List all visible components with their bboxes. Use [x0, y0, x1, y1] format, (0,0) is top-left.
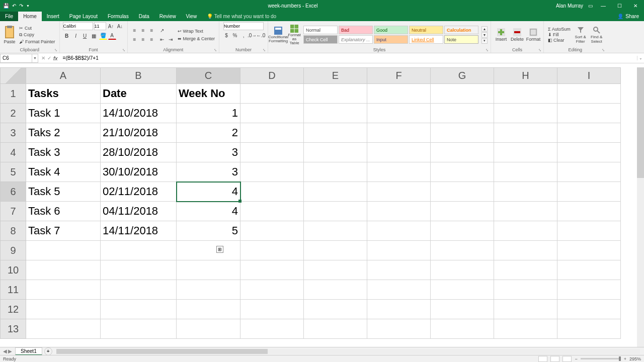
row-header-3[interactable]: 3 [0, 123, 26, 143]
font-color-button[interactable]: A [108, 32, 116, 40]
copy-button[interactable]: ⧉Copy [18, 32, 56, 38]
styles-down-icon[interactable]: ▼ [481, 32, 488, 38]
cell-I13[interactable] [557, 319, 621, 339]
cell-F13[interactable] [367, 319, 431, 339]
col-header-A[interactable]: A [26, 67, 101, 84]
clear-button[interactable]: ◧Clear [547, 38, 572, 43]
fx-icon[interactable]: fx [53, 55, 58, 61]
zoom-slider[interactable] [581, 358, 621, 359]
cells[interactable]: TasksDateWeek NoTask 114/10/20181Taks 22… [26, 84, 637, 347]
cell-I4[interactable] [557, 143, 621, 162]
cell-A6[interactable]: Task 5 [26, 182, 101, 202]
cell-G10[interactable] [431, 260, 494, 280]
sheet-nav-next-icon[interactable]: ▶ [8, 348, 12, 354]
tab-review[interactable]: Review [154, 12, 181, 21]
row-header-10[interactable]: 10 [0, 260, 26, 280]
cell-G8[interactable] [431, 221, 494, 241]
expand-formula-bar-icon[interactable]: ⌄ [637, 56, 644, 60]
row-header-2[interactable]: 2 [0, 104, 26, 123]
cell-B12[interactable] [101, 300, 177, 319]
cell-F12[interactable] [367, 300, 431, 319]
sheet-nav-prev-icon[interactable]: ◀ [3, 348, 7, 354]
style-input[interactable]: Input [374, 35, 408, 44]
cell-D11[interactable] [240, 280, 304, 300]
cell-D8[interactable] [240, 221, 304, 241]
style-explanatory[interactable]: Explanatory ... [339, 35, 373, 44]
bold-button[interactable]: B [63, 32, 71, 40]
style-check-cell[interactable]: Check Cell [303, 35, 338, 44]
cell-C13[interactable] [177, 319, 240, 339]
comma-button[interactable]: , [239, 31, 248, 39]
cell-C5[interactable]: 3 [177, 162, 240, 182]
save-icon[interactable]: 💾 [3, 3, 9, 9]
format-as-table-button[interactable]: Format as Table [287, 25, 301, 45]
redo-icon[interactable]: ↷ [19, 3, 23, 9]
row-header-11[interactable]: 11 [0, 280, 26, 300]
align-top-button[interactable]: ≡ [131, 26, 139, 34]
zoom-out-icon[interactable]: − [575, 356, 577, 361]
cell-A10[interactable] [26, 260, 101, 280]
tab-view[interactable]: View [181, 12, 202, 21]
cell-E9[interactable] [304, 241, 367, 260]
cell-A5[interactable]: Task 4 [26, 162, 101, 182]
cell-C12[interactable] [177, 300, 240, 319]
cell-C10[interactable] [177, 260, 240, 280]
tab-data[interactable]: Data [134, 12, 154, 21]
cell-F2[interactable] [367, 104, 431, 123]
decrease-indent-button[interactable]: ⇤ [158, 35, 166, 43]
cell-B1[interactable]: Date [101, 84, 177, 104]
cell-C7[interactable]: 4 [177, 202, 240, 221]
cell-D10[interactable] [240, 260, 304, 280]
normal-view-button[interactable] [538, 356, 547, 362]
cell-D13[interactable] [240, 319, 304, 339]
conditional-formatting-button[interactable]: Conditional Formatting [271, 27, 285, 43]
row-header-8[interactable]: 8 [0, 221, 26, 241]
cell-B13[interactable] [101, 319, 177, 339]
cell-F8[interactable] [367, 221, 431, 241]
ribbon-options-icon[interactable]: ▭ [588, 3, 593, 9]
cell-D7[interactable] [240, 202, 304, 221]
cell-I7[interactable] [557, 202, 621, 221]
format-painter-button[interactable]: 🖌Format Painter [18, 39, 56, 45]
share-button[interactable]: 👤 Share [612, 12, 644, 21]
style-neutral[interactable]: Neutral [409, 26, 443, 34]
row-header-4[interactable]: 4 [0, 143, 26, 162]
cell-G4[interactable] [431, 143, 494, 162]
cell-H1[interactable] [494, 84, 557, 104]
new-sheet-button[interactable]: + [44, 347, 52, 355]
cell-F4[interactable] [367, 143, 431, 162]
styles-up-icon[interactable]: ▲ [481, 26, 488, 32]
close-button[interactable]: ✕ [630, 1, 641, 11]
cell-F10[interactable] [367, 260, 431, 280]
delete-cells-button[interactable]: Delete [510, 28, 524, 42]
cell-H5[interactable] [494, 162, 557, 182]
tab-insert[interactable]: Insert [42, 12, 64, 21]
col-header-D[interactable]: D [240, 67, 304, 84]
cell-G12[interactable] [431, 300, 494, 319]
col-header-E[interactable]: E [304, 67, 367, 84]
cell-E4[interactable] [304, 143, 367, 162]
cell-G11[interactable] [431, 280, 494, 300]
cell-D12[interactable] [240, 300, 304, 319]
font-size[interactable] [94, 22, 106, 30]
cell-H4[interactable] [494, 143, 557, 162]
cell-G6[interactable] [431, 182, 494, 202]
cut-button[interactable]: ✂Cut [18, 25, 56, 31]
cell-B4[interactable]: 28/10/2018 [101, 143, 177, 162]
style-good[interactable]: Good [374, 26, 408, 34]
cell-G5[interactable] [431, 162, 494, 182]
qat-dropdown-icon[interactable]: ▼ [26, 4, 30, 8]
italic-button[interactable]: I [72, 32, 80, 40]
shrink-font-button[interactable]: A↓ [116, 22, 124, 30]
cell-I3[interactable] [557, 123, 621, 143]
insert-cells-button[interactable]: Insert [494, 28, 508, 42]
align-left-button[interactable]: ≡ [131, 35, 139, 43]
cell-E1[interactable] [304, 84, 367, 104]
cell-E13[interactable] [304, 319, 367, 339]
cell-C3[interactable]: 2 [177, 123, 240, 143]
cell-G13[interactable] [431, 319, 494, 339]
cell-D9[interactable] [240, 241, 304, 260]
border-button[interactable]: ▦ [90, 32, 98, 40]
cell-H8[interactable] [494, 221, 557, 241]
cell-C6[interactable]: 4 [177, 182, 240, 202]
